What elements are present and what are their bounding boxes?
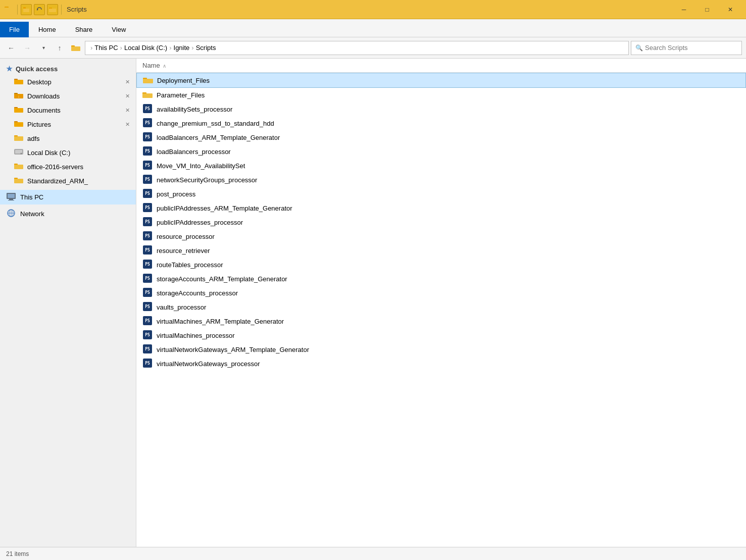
file-item[interactable]: Deployment_Files — [136, 73, 746, 88]
quickaccess-label: Quick access — [16, 65, 58, 73]
documents-folder-icon — [14, 106, 23, 115]
sep3: › — [191, 44, 193, 52]
file-item[interactable]: PS loadBalancers_processor — [136, 144, 746, 159]
desktop-label: Desktop — [27, 78, 52, 86]
svg-text:PS: PS — [145, 149, 150, 154]
file-item[interactable]: PS storageAccounts_ARM_Template_Generato… — [136, 272, 746, 286]
content-header: Name ∧ — [136, 59, 746, 73]
svg-text:PS: PS — [145, 262, 150, 267]
sidebar-item-thispc[interactable]: This PC — [0, 190, 136, 205]
status-bar: 21 items — [0, 547, 746, 560]
sidebar-item-desktop[interactable]: Desktop ✕ — [0, 75, 136, 89]
file-item[interactable]: PS storageAccounts_processor — [136, 286, 746, 300]
file-name: virtualNetworkGateways_ARM_Template_Gene… — [157, 346, 309, 353]
file-item[interactable]: PS virtualNetworkGateways_ARM_Template_G… — [136, 342, 746, 357]
sidebar-header-quickaccess[interactable]: ★ Quick access — [0, 63, 136, 75]
close-button[interactable]: ✕ — [719, 0, 742, 19]
file-item[interactable]: PS loadBalancers_ARM_Template_Generator — [136, 130, 746, 144]
file-name: publicIPAddresses_ARM_Template_Generator — [157, 205, 292, 212]
file-item[interactable]: Parameter_Files — [136, 88, 746, 102]
sidebar-item-office2016[interactable]: office-2016-servers — [0, 160, 136, 174]
svg-text:PS: PS — [145, 347, 150, 351]
ps1-icon: PS — [142, 287, 153, 299]
tab-file[interactable]: File — [0, 22, 29, 37]
forward-button[interactable]: → — [20, 41, 34, 55]
file-item[interactable]: PS virtualMachines_ARM_Template_Generato… — [136, 314, 746, 328]
sort-arrow: ∧ — [163, 63, 166, 69]
file-icon: PS — [142, 189, 153, 198]
ribbon-tabs: File Home Share View — [0, 19, 746, 37]
sidebar-item-downloads[interactable]: ↓ Downloads ✕ — [0, 89, 136, 103]
file-item[interactable]: PS publicIPAddresses_processor — [136, 215, 746, 229]
svg-text:PS: PS — [145, 248, 150, 252]
sidebar-item-documents[interactable]: Documents ✕ — [0, 103, 136, 117]
file-item[interactable]: PS resource_retriever — [136, 243, 746, 258]
svg-text:PS: PS — [145, 333, 150, 337]
ps1-icon: PS — [142, 344, 153, 355]
adfs-folder-icon — [14, 134, 23, 143]
undo-btn[interactable] — [34, 4, 45, 15]
svg-rect-26 — [14, 179, 23, 183]
office-folder-icon — [14, 162, 23, 171]
sidebar-item-pictures[interactable]: Pictures ✕ — [0, 117, 136, 131]
tab-home[interactable]: Home — [29, 21, 66, 37]
file-item[interactable]: PS vaults_processor — [136, 300, 746, 314]
file-item[interactable]: PS publicIPAddresses_ARM_Template_Genera… — [136, 201, 746, 215]
file-item[interactable]: PS virtualMachines_processor — [136, 328, 746, 342]
ps1-icon: PS — [142, 273, 153, 285]
svg-rect-8 — [71, 46, 80, 51]
search-input[interactable] — [645, 44, 737, 52]
window-title: Scripts — [67, 6, 87, 13]
folder-btn[interactable] — [47, 4, 58, 15]
standardized-folder-icon — [14, 176, 23, 185]
file-name: networkSecurityGroups_processor — [157, 176, 257, 184]
file-icon: PS — [142, 175, 153, 184]
file-name: storageAccounts_ARM_Template_Generator — [157, 275, 287, 283]
dropdown-button[interactable]: ▾ — [36, 41, 51, 55]
sidebar-item-localdisk[interactable]: Local Disk (C:) — [0, 145, 136, 160]
file-name: Parameter_Files — [157, 91, 205, 99]
sidebar-item-adfs[interactable]: adfs — [0, 131, 136, 145]
search-icon: 🔍 — [635, 44, 643, 52]
up-button[interactable]: ↑ — [53, 41, 67, 55]
file-icon: PS — [142, 317, 153, 326]
svg-rect-3 — [23, 9, 29, 12]
minimize-button[interactable]: ─ — [672, 0, 695, 19]
address-bar: ← → ▾ ↑ › This PC › Local Disk (C:) › Ig… — [0, 37, 746, 59]
file-name: routeTables_processor — [157, 261, 223, 269]
tab-view[interactable]: View — [102, 21, 135, 37]
maximize-button[interactable]: □ — [695, 0, 719, 19]
file-item[interactable]: PS post_process — [136, 187, 746, 201]
name-column-header[interactable]: Name ∧ — [142, 62, 166, 69]
breadcrumb-bar: › This PC › Local Disk (C:) › Ignite › S… — [85, 41, 629, 55]
file-icon: PS — [142, 232, 153, 241]
file-icon: PS — [142, 246, 153, 255]
breadcrumb-scripts[interactable]: Scripts — [196, 44, 216, 52]
file-item[interactable]: PS Move_VM_Into_AvailabilitySet — [136, 159, 746, 173]
tab-share[interactable]: Share — [66, 21, 103, 37]
downloads-folder-icon: ↓ — [14, 91, 23, 100]
svg-text:↓: ↓ — [18, 94, 20, 98]
back-button[interactable]: ← — [4, 41, 18, 55]
file-item[interactable]: PS resource_processor — [136, 229, 746, 243]
file-icon: PS — [142, 359, 153, 368]
svg-rect-19 — [14, 136, 23, 141]
breadcrumb-localdisk[interactable]: Local Disk (C:) — [124, 44, 167, 52]
file-name: publicIPAddresses_processor — [157, 219, 243, 226]
breadcrumb-thispc[interactable]: This PC — [94, 44, 118, 52]
breadcrumb-ignite[interactable]: Ignite — [174, 44, 190, 52]
desktop-pin-icon: ✕ — [125, 79, 130, 85]
file-item[interactable]: PS change_premium_ssd_to_standard_hdd — [136, 116, 746, 130]
file-item[interactable]: PS availabilitySets_processor — [136, 102, 746, 116]
ps1-icon: PS — [142, 330, 153, 341]
quick-access-btn[interactable] — [21, 4, 32, 15]
file-item[interactable]: PS networkSecurityGroups_processor — [136, 173, 746, 187]
downloads-label: Downloads — [27, 92, 60, 100]
ps1-icon: PS — [142, 160, 153, 172]
sidebar-section-quickaccess: ★ Quick access Desktop ✕ ↓ Downloads ✕ — [0, 63, 136, 188]
sidebar-item-network[interactable]: Network — [0, 207, 136, 221]
sidebar-item-standardized[interactable]: Standardized_ARM_ — [0, 174, 136, 188]
file-item[interactable]: PS virtualNetworkGateways_processor — [136, 357, 746, 371]
svg-rect-28 — [8, 194, 15, 198]
file-item[interactable]: PS routeTables_processor — [136, 258, 746, 272]
